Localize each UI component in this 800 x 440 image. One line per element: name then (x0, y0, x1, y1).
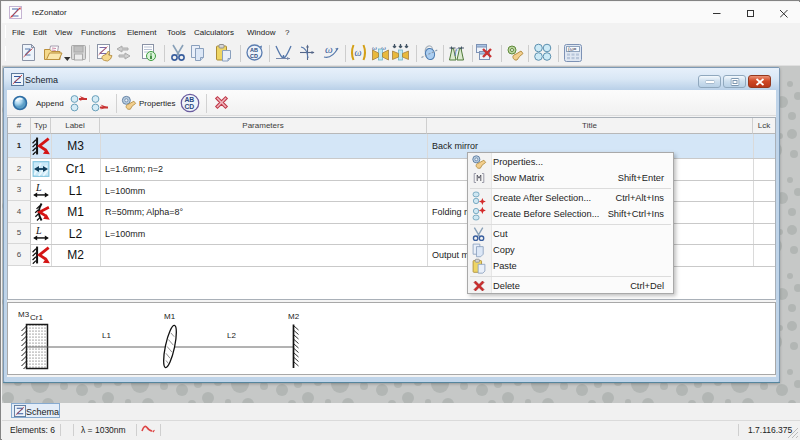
svg-text:CD: CD (184, 103, 194, 110)
svg-text:M1: M1 (164, 312, 176, 321)
svg-text:(ω=: (ω= (568, 46, 577, 52)
svg-text:ω: ω (355, 47, 362, 58)
svg-text:ω: ω (325, 43, 333, 55)
svg-text:CD: CD (250, 53, 258, 59)
svg-text:Cr1: Cr1 (30, 313, 43, 322)
svg-text:AB: AB (184, 96, 194, 103)
svg-text:L2: L2 (227, 331, 236, 340)
svg-text:M2: M2 (288, 312, 300, 321)
svg-text:M3: M3 (18, 310, 30, 319)
svg-text:L1: L1 (102, 331, 111, 340)
